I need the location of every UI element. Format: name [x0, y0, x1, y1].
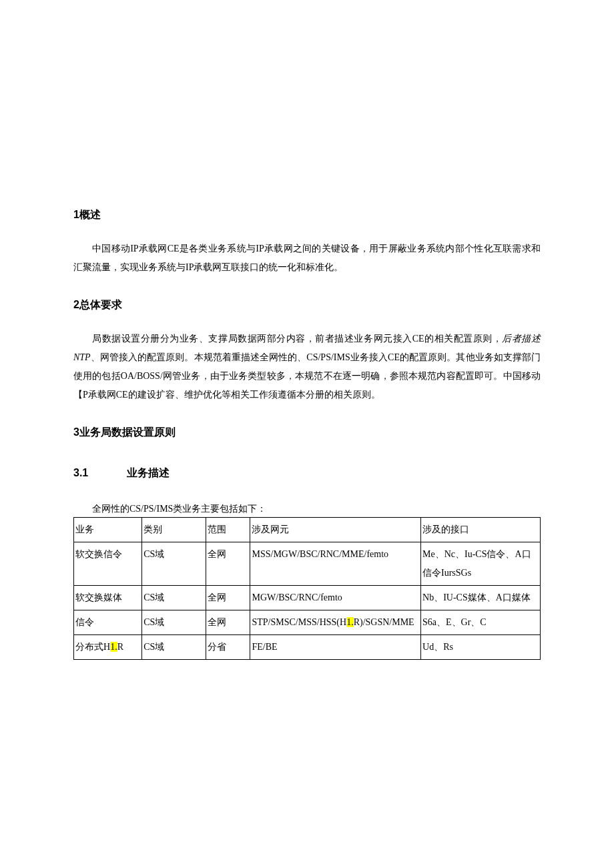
- cell-intf: Me、Nc、Iu-CS信令、A口信令IursSGs: [421, 542, 541, 586]
- table-caption: 全网性的CS/PS/IMS类业务主要包括如下：: [73, 500, 541, 517]
- section-2-requirements: 2总体要求: [73, 298, 541, 312]
- cell-intf: S6a、E、Gr、C: [421, 610, 541, 635]
- p2-post: P承载网CE的建设扩容、维护优化等相关工作须遵循本分册的相关原则。: [83, 390, 380, 400]
- cell-scope: 全网: [206, 610, 250, 635]
- section-3-1-text: 业务描述: [127, 467, 170, 478]
- biz-pre: 分布式H: [75, 642, 110, 652]
- highlight: 1.: [346, 617, 354, 627]
- cell-elem: STP/SMSC/MSS/HSS(H1.R)/SGSN/MME: [250, 610, 421, 635]
- cell-biz: 信令: [74, 610, 142, 635]
- cell-cat: CS域: [142, 586, 206, 610]
- cell-biz: 软交换信令: [74, 542, 142, 586]
- cell-cat: CS域: [142, 635, 206, 660]
- services-table: 业务 类别 范围 涉及网元 涉及的接口 软交换信令 CS域 全网 MSS/MGW…: [73, 517, 541, 660]
- p2-bracket: 【: [73, 390, 83, 400]
- cell-elem: MSS/MGW/BSC/RNC/MME/femto: [250, 542, 421, 586]
- elem-post: R)/SGSN/MME: [354, 617, 414, 627]
- table-row: 软交换信令 CS域 全网 MSS/MGW/BSC/RNC/MME/femto M…: [74, 542, 541, 586]
- cell-elem: MGW/BSC/RNC/femto: [250, 586, 421, 610]
- biz-post: R: [117, 642, 123, 652]
- cell-elem: FE/BE: [250, 635, 421, 660]
- cell-intf: Ud、Rs: [421, 635, 541, 660]
- cell-scope: 分省: [206, 635, 250, 660]
- section-3-1: 3.1业务描述: [73, 466, 541, 480]
- table-header-row: 业务 类别 范围 涉及网元 涉及的接口: [74, 518, 541, 542]
- table-row: 信令 CS域 全网 STP/SMSC/MSS/HSS(H1.R)/SGSN/MM…: [74, 610, 541, 635]
- cell-cat: CS域: [142, 610, 206, 635]
- paragraph-1: 中国移动IP承载网CE是各类业务系统与IP承载网之间的关键设备，用于屏蔽业务系统…: [73, 240, 541, 277]
- section-3-principles: 3业务局数据设置原则: [73, 426, 541, 440]
- paragraph-2: 局数据设置分册分为业务、支撑局数据两部分内容，前者描述业务网元接入CE的相关配置…: [73, 330, 541, 404]
- cell-cat: CS域: [142, 542, 206, 586]
- cell-intf: Nb、IU-CS媒体、A口媒体: [421, 586, 541, 610]
- highlight: 1.: [110, 642, 117, 652]
- th-elem: 涉及网元: [250, 518, 421, 542]
- table-row: 分布式H1.R CS域 分省 FE/BE Ud、Rs: [74, 635, 541, 660]
- p2-mid: 、网管接入的配置原则。本规范着重描述全网性的、CS/PS/IMS业务接入CE的配…: [73, 352, 541, 381]
- th-scope: 范围: [206, 518, 250, 542]
- cell-scope: 全网: [206, 586, 250, 610]
- th-biz: 业务: [74, 518, 142, 542]
- table-row: 软交换媒体 CS域 全网 MGW/BSC/RNC/femto Nb、IU-CS媒…: [74, 586, 541, 610]
- cell-scope: 全网: [206, 542, 250, 586]
- section-3-1-num: 3.1: [73, 467, 127, 479]
- section-1-overview: 1概述: [73, 208, 541, 222]
- cell-biz: 软交换媒体: [74, 586, 142, 610]
- th-cat: 类别: [142, 518, 206, 542]
- cell-biz: 分布式H1.R: [74, 635, 142, 660]
- th-intf: 涉及的接口: [421, 518, 541, 542]
- elem-pre: STP/SMSC/MSS/HSS(H: [252, 617, 346, 627]
- p2-pre: 局数据设置分册分为业务、支撑局数据两部分内容，前者描述业务网元接入CE的相关配置…: [92, 334, 502, 344]
